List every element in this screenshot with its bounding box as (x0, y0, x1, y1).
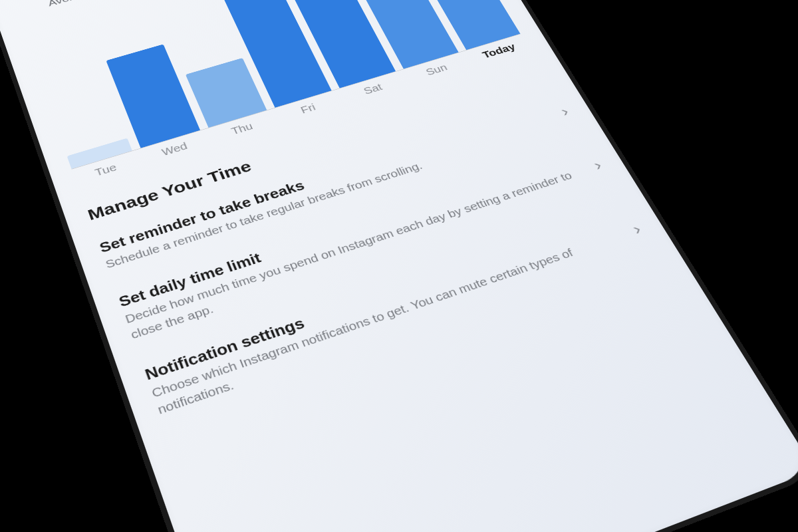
phone-frame: 42 AM | 0.2KB/s Time spent i Time on Ins… (0, 0, 798, 532)
screen: 42 AM | 0.2KB/s Time spent i Time on Ins… (0, 0, 798, 532)
